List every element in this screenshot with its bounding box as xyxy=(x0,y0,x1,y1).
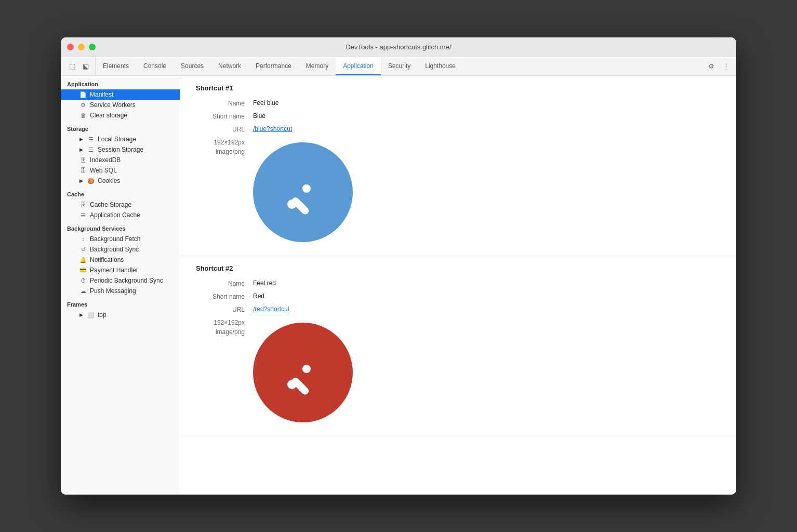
device-icon[interactable]: ⬕ xyxy=(81,61,91,72)
shortcut-2-shortname-row: Short name Red xyxy=(196,292,721,300)
sidebar-item-cookies-label: Cookies xyxy=(98,177,120,184)
sidebar-item-clear-storage[interactable]: 🗑 Clear storage xyxy=(61,110,180,121)
sidebar-item-session-storage[interactable]: ▶ ☰ Session Storage xyxy=(61,144,180,155)
sidebar-item-application-cache[interactable]: ☰ Application Cache xyxy=(61,210,180,220)
sidebar-item-service-workers-label: Service Workers xyxy=(90,101,136,109)
sidebar-item-manifest[interactable]: 📄 Manifest xyxy=(61,89,180,100)
settings-icon[interactable]: ⚙ xyxy=(706,61,716,72)
tab-sources[interactable]: Sources xyxy=(174,57,211,75)
shortcut-1-image-size: 192×192px xyxy=(196,139,245,146)
tab-lighthouse[interactable]: Lighthouse xyxy=(418,57,463,75)
shortname-label: Short name xyxy=(196,112,253,120)
sidebar-item-local-storage[interactable]: ▶ ☰ Local Storage xyxy=(61,134,180,144)
sidebar-item-session-storage-label: Session Storage xyxy=(98,146,143,153)
sidebar-item-notifications-label: Notifications xyxy=(90,256,124,263)
sidebar-item-cookies[interactable]: ▶ 🍪 Cookies xyxy=(61,176,180,186)
sidebar-item-indexeddb-label: IndexedDB xyxy=(90,156,121,164)
cookies-arrow: ▶ xyxy=(79,178,83,183)
sidebar-item-service-workers[interactable]: ⚙ Service Workers xyxy=(61,100,180,110)
shortcut-1-title: Shortcut #1 xyxy=(196,84,721,92)
tab-performance[interactable]: Performance xyxy=(248,57,299,75)
shortcut-2-shortname-value: Red xyxy=(253,292,264,300)
titlebar: DevTools - app-shortcuts.glitch.me/ xyxy=(61,37,736,57)
sidebar-item-background-fetch-label: Background Fetch xyxy=(90,235,140,243)
shortcut-2-title: Shortcut #2 xyxy=(196,264,721,272)
sidebar-item-top[interactable]: ▶ ⬜ top xyxy=(61,310,180,320)
tab-memory[interactable]: Memory xyxy=(299,57,336,75)
sidebar-item-web-sql-label: Web SQL xyxy=(90,167,117,174)
clear-storage-icon: 🗑 xyxy=(79,112,87,118)
sidebar-item-periodic-background-sync-label: Periodic Background Sync xyxy=(90,277,163,284)
svg-point-2 xyxy=(287,200,297,209)
sidebar-item-cache-storage-label: Cache Storage xyxy=(90,201,131,208)
sidebar-item-clear-storage-label: Clear storage xyxy=(90,112,127,119)
shortcut-1-image-label: 192×192px image/png xyxy=(196,138,253,155)
local-storage-icon: ☰ xyxy=(87,136,95,143)
maximize-button[interactable] xyxy=(89,44,96,50)
local-storage-arrow: ▶ xyxy=(79,137,83,142)
application-cache-icon: ☰ xyxy=(79,212,87,219)
tab-elements[interactable]: Elements xyxy=(96,57,136,75)
paint-brush-icon xyxy=(280,169,326,216)
sidebar-item-background-sync-label: Background Sync xyxy=(90,246,139,253)
sidebar: Application 📄 Manifest ⚙ Service Workers… xyxy=(61,76,180,495)
traffic-lights xyxy=(67,44,96,50)
paint-brush-red-icon xyxy=(280,349,326,396)
sidebar-item-local-storage-label: Local Storage xyxy=(98,136,136,143)
service-workers-icon: ⚙ xyxy=(79,102,87,109)
sidebar-item-cache-storage[interactable]: 🗄 Cache Storage xyxy=(61,200,180,210)
shortcut-2-image-preview xyxy=(253,323,353,422)
periodic-background-sync-icon: ⏱ xyxy=(79,277,87,284)
main-layout: Application 📄 Manifest ⚙ Service Workers… xyxy=(61,76,736,495)
shortcut-2-name-label: Name xyxy=(196,280,253,287)
notifications-icon: 🔔 xyxy=(79,257,87,263)
top-icon: ⬜ xyxy=(87,312,95,318)
sidebar-item-push-messaging-label: Push Messaging xyxy=(90,287,136,295)
svg-point-0 xyxy=(301,183,313,195)
shortcut-1-section: Shortcut #1 Name Feel blue Short name Bl… xyxy=(180,76,736,256)
close-button[interactable] xyxy=(67,44,74,50)
background-fetch-icon: ↕ xyxy=(79,236,87,242)
sidebar-item-background-sync[interactable]: ↺ Background Sync xyxy=(61,244,180,255)
section-cache: Cache xyxy=(61,186,180,200)
sidebar-item-push-messaging[interactable]: ☁ Push Messaging xyxy=(61,286,180,296)
window-title: DevTools - app-shortcuts.glitch.me/ xyxy=(346,43,451,51)
devtools-window: DevTools - app-shortcuts.glitch.me/ ⬚ ⬕ … xyxy=(61,37,736,495)
tab-security[interactable]: Security xyxy=(381,57,418,75)
sidebar-item-notifications[interactable]: 🔔 Notifications xyxy=(61,255,180,265)
sidebar-item-payment-handler[interactable]: 💳 Payment Handler xyxy=(61,265,180,275)
tab-console[interactable]: Console xyxy=(136,57,174,75)
tab-bar-right: ⚙ ⋮ xyxy=(701,57,736,75)
sidebar-item-background-fetch[interactable]: ↕ Background Fetch xyxy=(61,234,180,244)
tab-application[interactable]: Application xyxy=(336,57,381,75)
shortcut-2-red-icon xyxy=(253,323,353,422)
name-label: Name xyxy=(196,99,253,107)
cache-storage-icon: 🗄 xyxy=(79,202,87,208)
section-frames: Frames xyxy=(61,296,180,310)
section-background-services: Background Services xyxy=(61,220,180,234)
push-messaging-icon: ☁ xyxy=(79,288,87,295)
tab-network[interactable]: Network xyxy=(211,57,248,75)
shortcut-1-image-preview xyxy=(253,142,353,242)
minimize-button[interactable] xyxy=(78,44,85,50)
sidebar-item-top-label: top xyxy=(98,311,107,318)
shortcut-2-name-value: Feel red xyxy=(253,280,276,287)
sidebar-item-periodic-background-sync[interactable]: ⏱ Periodic Background Sync xyxy=(61,275,180,286)
payment-handler-icon: 💳 xyxy=(79,267,87,274)
more-icon[interactable]: ⋮ xyxy=(721,61,731,72)
shortcut-1-url-value[interactable]: /blue?shortcut xyxy=(253,125,292,132)
shortcut-1-image-row: 192×192px image/png xyxy=(196,138,721,242)
shortcut-2-url-row: URL /red?shortcut xyxy=(196,305,721,313)
indexeddb-icon: 🗄 xyxy=(79,157,87,163)
shortcut-2-url-value[interactable]: /red?shortcut xyxy=(253,305,289,313)
sidebar-item-web-sql[interactable]: 🗄 Web SQL xyxy=(61,165,180,176)
cookies-icon: 🍪 xyxy=(87,178,95,184)
tabs: Elements Console Sources Network Perform… xyxy=(96,57,701,75)
cursor-icon[interactable]: ⬚ xyxy=(67,61,77,72)
shortcut-1-shortname-value: Blue xyxy=(253,112,265,119)
section-application: Application xyxy=(61,76,180,89)
session-storage-icon: ☰ xyxy=(87,147,95,153)
sidebar-item-indexeddb[interactable]: 🗄 IndexedDB xyxy=(61,155,180,165)
shortcut-1-name-value: Feel blue xyxy=(253,99,278,107)
background-sync-icon: ↺ xyxy=(79,246,87,253)
